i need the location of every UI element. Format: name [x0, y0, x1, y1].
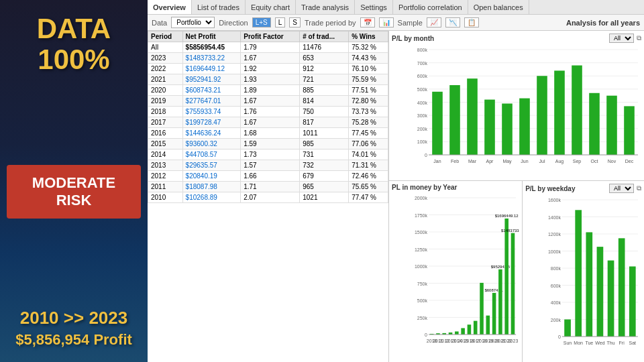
table-cell: 76.10 %	[349, 64, 388, 74]
svg-rect-28	[519, 99, 530, 155]
table-cell: 2023	[148, 53, 183, 64]
s-button[interactable]: S	[289, 17, 301, 27]
nav-portfolio-correlation[interactable]: Portfolio correlation	[393, 0, 468, 14]
pl-weekday-title: P/L by weekday	[525, 185, 575, 192]
svg-text:Sun: Sun	[564, 341, 572, 345]
table-cell: $93600.32	[182, 139, 241, 149]
table-row[interactable]: 2014$44708.571.7373174.01 %	[148, 149, 388, 160]
table-cell: 2022	[148, 64, 183, 74]
svg-rect-38	[606, 96, 617, 155]
icon-btn-2[interactable]: 📊	[379, 17, 394, 27]
col-profit-factor: Profit Factor	[241, 32, 300, 42]
table-cell: 1.71	[241, 182, 300, 192]
data-label: Data	[152, 19, 167, 27]
table-cell: 2015	[148, 139, 183, 149]
table-cell: 75.28 %	[349, 117, 388, 128]
month-chart-select[interactable]: All	[609, 34, 634, 43]
svg-text:Jun: Jun	[521, 159, 528, 164]
table-cell: 77.47 %	[349, 192, 388, 203]
table-cell: $144636.24	[182, 128, 241, 139]
svg-rect-24	[484, 100, 495, 155]
svg-text:Mar: Mar	[468, 159, 477, 164]
l-button[interactable]: L	[275, 17, 286, 27]
table-cell: 1021	[300, 192, 349, 203]
svg-text:Tue: Tue	[586, 341, 594, 345]
svg-text:500k: 500k	[417, 87, 428, 92]
trade-period-label: Trade period by	[305, 19, 356, 27]
table-row[interactable]: 2018$755933.741.7675073.73 %	[148, 107, 388, 117]
svg-text:Oct: Oct	[591, 159, 598, 164]
table-cell: 72.46 %	[349, 171, 388, 182]
table-row[interactable]: 2017$199728.471.6781775.28 %	[148, 117, 388, 128]
table-cell: 71.31 %	[349, 160, 388, 171]
charts-section: P/L by month All ⧉ 800k700k600k500k400k3…	[389, 31, 644, 362]
svg-text:400k: 400k	[551, 300, 561, 305]
weekday-chart-select[interactable]: All	[609, 184, 634, 193]
risk-badge: MODERATE RISK	[7, 165, 141, 219]
svg-rect-122	[619, 238, 625, 337]
table-row[interactable]: 2023$1483733.221.6765374.43 %	[148, 53, 388, 64]
svg-text:Wed: Wed	[595, 341, 604, 345]
svg-text:Feb: Feb	[451, 159, 459, 164]
table-row[interactable]: 2022$1696449.121.9291276.10 %	[148, 64, 388, 74]
table-cell: $755933.74	[182, 107, 241, 117]
table-row[interactable]: All$5856954.451.791147675.32 %	[148, 42, 388, 53]
nav-open-balances[interactable]: Open balances	[468, 0, 529, 14]
table-cell: 1.92	[241, 64, 300, 74]
table-cell: $1483733.22	[182, 53, 241, 64]
table-row[interactable]: 2021$952941.921.9372175.59 %	[148, 74, 388, 85]
svg-rect-118	[597, 247, 604, 337]
chart-btn-1[interactable]: 📈	[427, 17, 441, 27]
svg-text:1000k: 1000k	[548, 249, 561, 254]
table-cell: 1.93	[241, 74, 300, 85]
nav-bar: Overview List of trades Equity chart Tra…	[148, 0, 644, 15]
svg-text:May: May	[502, 159, 512, 164]
table-cell: $1696449.12	[182, 64, 241, 74]
svg-rect-71	[461, 328, 465, 335]
svg-text:Aug: Aug	[555, 159, 564, 164]
table-cell: 731	[300, 149, 349, 160]
chart-btn-2[interactable]: 📉	[445, 17, 460, 27]
table-row[interactable]: 2016$144636.241.68101177.45 %	[148, 128, 388, 139]
copy-icon[interactable]: ⧉	[637, 34, 641, 42]
portfolio-select[interactable]: Portfolio	[171, 17, 215, 28]
weekday-copy-icon[interactable]: ⧉	[637, 184, 641, 192]
profit-label: $5,856,954 Profit	[15, 331, 132, 349]
nav-overview[interactable]: Overview	[148, 0, 192, 14]
table-cell: 1.59	[241, 139, 300, 149]
table-cell: 1.67	[241, 53, 300, 64]
svg-text:200k: 200k	[417, 127, 428, 131]
nav-trade-analysis[interactable]: Trade analysis	[296, 0, 355, 14]
table-cell: 1.73	[241, 149, 300, 160]
table-row[interactable]: 2013$29635.571.5773271.31 %	[148, 160, 388, 171]
left-panel: DATA 100% MODERATE RISK 2010 >> 2023 $5,…	[0, 0, 148, 362]
chart-btn-3[interactable]: 📋	[464, 17, 479, 27]
table-cell: 1.57	[241, 160, 300, 171]
icon-btn-1[interactable]: 📅	[360, 17, 375, 27]
svg-text:Nov: Nov	[608, 159, 616, 164]
nav-equity-chart[interactable]: Equity chart	[246, 0, 296, 14]
table-row[interactable]: 2019$277647.011.6781472.80 %	[148, 96, 388, 107]
nav-settings[interactable]: Settings	[355, 0, 393, 14]
ls-button[interactable]: L+S	[252, 17, 271, 27]
table-cell: 2020	[148, 85, 183, 96]
table-row[interactable]: 2020$608743.211.8988577.51 %	[148, 85, 388, 96]
svg-text:1600k: 1600k	[548, 198, 561, 202]
table-cell: 1.89	[241, 85, 300, 96]
main-content: Period Net Profit Profit Factor # of tra…	[148, 31, 644, 362]
table-row[interactable]: 2011$18087.981.7196575.65 %	[148, 182, 388, 192]
pl-month-area: 800k700k600k500k400k300k200k100k0JanFebM…	[392, 44, 641, 175]
nav-list-trades[interactable]: List of trades	[192, 0, 246, 14]
svg-rect-75	[474, 321, 478, 335]
table-row[interactable]: 2010$10268.892.07102177.47 %	[148, 192, 388, 203]
table-cell: $20840.19	[182, 171, 241, 182]
svg-text:400k: 400k	[417, 101, 428, 105]
table-cell: $18087.98	[182, 182, 241, 192]
chart-title-bar: P/L by month All ⧉	[392, 34, 641, 43]
table-cell: All	[148, 42, 183, 53]
pl-year-area: 2000k1750k1500k1250k1000k750k500k250k020…	[392, 192, 519, 355]
table-row[interactable]: 2012$20840.191.6667972.46 %	[148, 171, 388, 182]
svg-rect-36	[589, 93, 600, 155]
table-row[interactable]: 2015$93600.321.5998577.06 %	[148, 139, 388, 149]
table-cell: $952941.92	[182, 74, 241, 85]
